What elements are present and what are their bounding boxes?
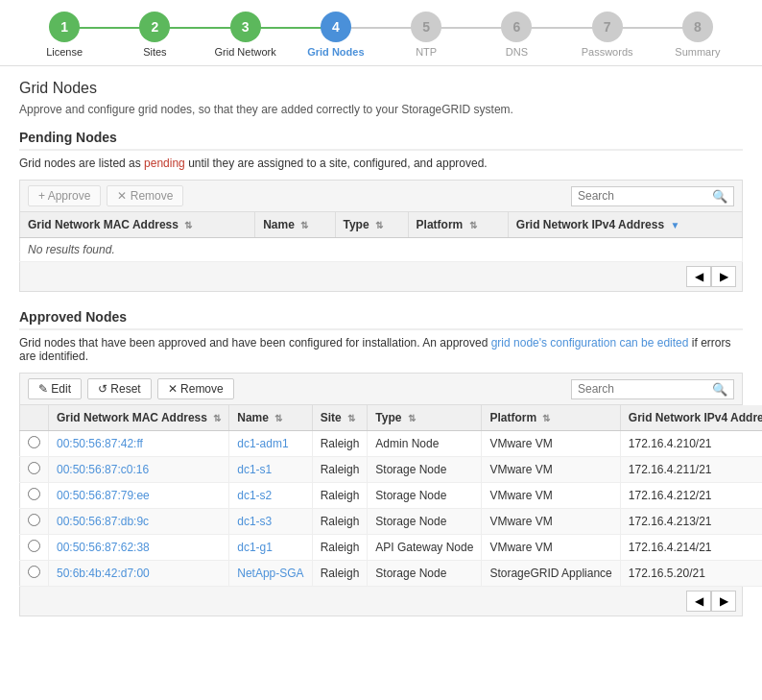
approved-search-input[interactable]: [578, 382, 712, 396]
pending-prev-button[interactable]: ◀: [686, 266, 711, 287]
approved-remove-button[interactable]: ✕ Remove: [157, 378, 234, 399]
wizard-step-sites[interactable]: 2 Sites: [109, 12, 200, 58]
wizard-step-license[interactable]: 1 License: [19, 12, 109, 58]
step-label-3: Grid Network: [215, 46, 276, 58]
row-site: Raleigh: [312, 483, 368, 509]
row-ipv4: 172.16.4.212/21: [620, 483, 762, 509]
row-type: API Gateway Node: [368, 535, 482, 561]
edit-button[interactable]: ✎ Edit: [28, 378, 82, 399]
approved-col-mac[interactable]: Grid Network MAC Address ⇅: [49, 405, 229, 431]
approved-col-site[interactable]: Site ⇅: [312, 405, 368, 431]
row-mac: 00:50:56:87:db:9c: [49, 509, 229, 535]
row-platform: StorageGRID Appliance: [482, 561, 620, 587]
wizard-step-grid-nodes: 4 Grid Nodes: [291, 12, 381, 58]
row-name: NetApp-SGA: [229, 561, 312, 587]
approved-col-ipv4[interactable]: Grid Network IPv4 Address ▼: [620, 405, 762, 431]
row-radio[interactable]: [20, 483, 49, 509]
step-circle-8: 8: [682, 12, 713, 42]
table-row[interactable]: 00:50:56:87:c0:16 dc1-s1 Raleigh Storage…: [20, 457, 763, 483]
wizard-step-summary[interactable]: 8 Summary: [653, 12, 743, 58]
row-site: Raleigh: [312, 535, 368, 561]
approved-sort-type-icon: ⇅: [408, 413, 416, 423]
pending-table-header: Grid Network MAC Address ⇅ Name ⇅ Type ⇅…: [20, 212, 743, 238]
approved-nodes-title: Approved Nodes: [19, 309, 743, 330]
row-ipv4: 172.16.5.20/21: [620, 561, 762, 587]
table-row[interactable]: 00:50:56:87:79:ee dc1-s2 Raleigh Storage…: [20, 483, 763, 509]
wizard-step-grid-network[interactable]: 3 Grid Network: [201, 12, 291, 58]
approved-prev-button[interactable]: ◀: [686, 591, 711, 612]
row-type: Storage Node: [368, 483, 482, 509]
row-ipv4: 172.16.4.214/21: [620, 535, 762, 561]
row-name: dc1-s3: [229, 509, 312, 535]
approved-edit-link[interactable]: grid node's configuration can be edited: [491, 336, 689, 350]
approved-nodes-info: Grid nodes that have been approved and h…: [19, 336, 743, 363]
step-circle-2: 2: [139, 12, 170, 42]
pending-pagination: ◀ ▶: [19, 262, 743, 292]
wizard-step-ntp[interactable]: 5 NTP: [381, 12, 471, 58]
approve-button[interactable]: + Approve: [28, 185, 101, 206]
row-mac: 50:6b:4b:42:d7:00: [49, 561, 229, 587]
wizard-step-dns[interactable]: 6 DNS: [471, 12, 561, 58]
row-type: Storage Node: [368, 509, 482, 535]
step-label-5: NTP: [416, 46, 437, 58]
approved-col-platform[interactable]: Platform ⇅: [482, 405, 620, 431]
row-mac: 00:50:56:87:42:ff: [49, 431, 229, 457]
row-platform: VMware VM: [482, 431, 620, 457]
row-radio[interactable]: [20, 535, 49, 561]
row-site: Raleigh: [312, 561, 368, 587]
row-radio[interactable]: [20, 457, 49, 483]
step-circle-7: 7: [592, 12, 623, 42]
approved-table: Grid Network MAC Address ⇅ Name ⇅ Site ⇅…: [19, 405, 762, 587]
row-site: Raleigh: [312, 431, 368, 457]
pending-nodes-info: Grid nodes are listed as pending until t…: [19, 157, 743, 170]
page-title: Grid Nodes: [19, 80, 743, 97]
pending-col-mac[interactable]: Grid Network MAC Address ⇅: [20, 212, 255, 238]
approved-pagination: ◀ ▶: [19, 587, 743, 616]
pending-nodes-section: Pending Nodes Grid nodes are listed as p…: [19, 130, 743, 292]
pending-table: Grid Network MAC Address ⇅ Name ⇅ Type ⇅…: [19, 212, 743, 262]
wizard-step-passwords[interactable]: 7 Passwords: [562, 12, 653, 58]
page-content: Grid Nodes Approve and configure grid no…: [0, 66, 762, 647]
pending-col-platform[interactable]: Platform ⇅: [408, 212, 508, 238]
approved-sort-name-icon: ⇅: [274, 413, 282, 423]
row-radio[interactable]: [20, 431, 49, 457]
row-type: Admin Node: [368, 431, 482, 457]
row-radio[interactable]: [20, 561, 49, 587]
sort-name-icon: ⇅: [300, 220, 308, 230]
sort-platform-icon: ⇅: [469, 220, 477, 230]
pending-search-input[interactable]: [578, 189, 712, 203]
pending-link[interactable]: pending: [144, 157, 185, 170]
approved-col-name[interactable]: Name ⇅: [229, 405, 312, 431]
row-site: Raleigh: [312, 509, 368, 535]
pending-no-results: No results found.: [20, 238, 743, 262]
sort-ipv4-icon: ▼: [670, 220, 679, 230]
step-label-1: License: [46, 46, 83, 58]
row-name: dc1-adm1: [229, 431, 312, 457]
row-mac: 00:50:56:87:79:ee: [49, 483, 229, 509]
row-type: Storage Node: [368, 561, 482, 587]
table-row[interactable]: 00:50:56:87:62:38 dc1-g1 Raleigh API Gat…: [20, 535, 763, 561]
table-row[interactable]: 50:6b:4b:42:d7:00 NetApp-SGA Raleigh Sto…: [20, 561, 763, 587]
row-ipv4: 172.16.4.213/21: [620, 509, 762, 535]
pending-toolbar: + Approve ✕ Remove 🔍: [19, 180, 743, 212]
approved-next-button[interactable]: ▶: [711, 591, 736, 612]
pending-col-ipv4[interactable]: Grid Network IPv4 Address ▼: [508, 212, 742, 238]
reset-button[interactable]: ↺ Reset: [87, 378, 152, 399]
approved-col-type[interactable]: Type ⇅: [368, 405, 482, 431]
row-site: Raleigh: [312, 457, 368, 483]
pending-next-button[interactable]: ▶: [711, 266, 736, 287]
row-platform: VMware VM: [482, 457, 620, 483]
row-radio[interactable]: [20, 509, 49, 535]
pending-col-type[interactable]: Type ⇅: [335, 212, 408, 238]
step-label-4: Grid Nodes: [307, 46, 364, 58]
step-label-8: Summary: [675, 46, 720, 58]
table-row[interactable]: 00:50:56:87:db:9c dc1-s3 Raleigh Storage…: [20, 509, 763, 535]
step-label-2: Sites: [143, 46, 166, 58]
pending-remove-button[interactable]: ✕ Remove: [107, 185, 183, 206]
approved-sort-platform-icon: ⇅: [542, 413, 550, 423]
pending-col-name[interactable]: Name ⇅: [255, 212, 335, 238]
approved-toolbar-left: ✎ Edit ↺ Reset ✕ Remove: [28, 378, 234, 399]
table-row[interactable]: 00:50:56:87:42:ff dc1-adm1 Raleigh Admin…: [20, 431, 763, 457]
step-circle-1: 1: [49, 12, 80, 42]
row-platform: VMware VM: [482, 535, 620, 561]
